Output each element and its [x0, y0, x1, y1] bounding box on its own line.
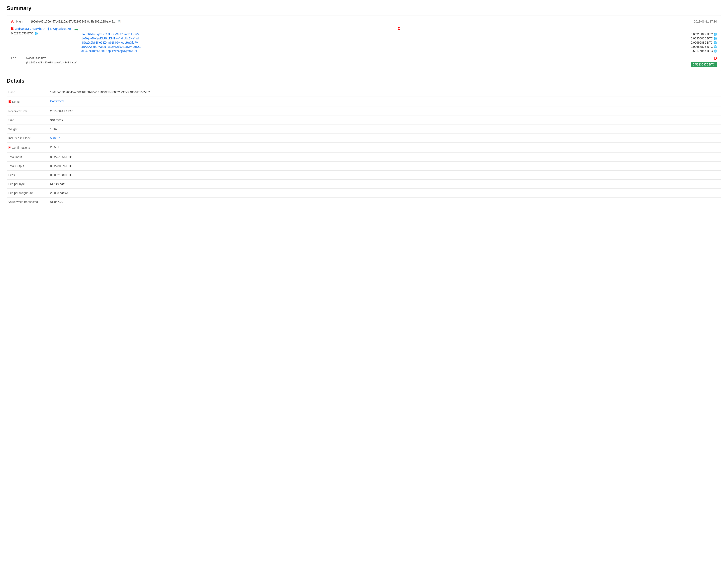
summary-timestamp: 2019-06-11 17:10 — [694, 20, 717, 23]
detail-value: 348 bytes — [48, 116, 721, 125]
detail-label: Fee per weight unit — [7, 189, 48, 198]
summary-hash-left: A Hash 196eba07f176e457c48216ab87b521978… — [11, 19, 121, 24]
summary-section: Summary A Hash 196eba07f176e457c48216ab8… — [7, 5, 721, 71]
detail-value: 0.52230376 BTC — [48, 162, 721, 171]
output-addr-1[interactable]: 1ABxjoM6XywDLRkbDHfNvYn6jcUxEiyYmd — [81, 37, 139, 40]
table-row: Fee per byte61.149 sat/B — [7, 180, 721, 189]
total-output-badge: 0.52230376 BTC — [691, 62, 717, 67]
detail-value: $4,057.29 — [48, 198, 721, 207]
output-addr-2[interactable]: 3Gta6s2b63Ke68Z4m61NfGwfoqcHqGfo7V — [81, 41, 138, 44]
globe-icon-input: 🌐 — [34, 32, 38, 35]
output-addr-0[interactable]: 1AupRNbu8qEeXx12LVRxXeJ7um3BJLrnZ7 — [81, 33, 139, 36]
input-amount-row: 0.52251656 BTC 🌐 — [11, 32, 71, 35]
output-amount-4: 0.50176857 BTC 🌐 — [691, 49, 717, 53]
annotation-e: E — [8, 100, 11, 104]
annotation-f: F — [8, 145, 11, 150]
table-row: EStatusConfirmed — [7, 97, 721, 107]
fee-label: Fee — [11, 56, 24, 64]
globe-icon-4: 🌐 — [714, 49, 717, 53]
table-row: Received Time2019-06-11 17:10 — [7, 107, 721, 116]
globe-icon-3: 🌐 — [714, 45, 717, 48]
table-row: Included in Block580267 — [7, 134, 721, 143]
fee-left: Fee 0.00021280 BTC (61.149 sat/B · 20.03… — [11, 56, 77, 64]
table-row: Size348 bytes — [7, 116, 721, 125]
detail-label: Value when transacted — [7, 198, 48, 207]
detail-value: 196eba07f176e457c48216ab87b52197848f8b4f… — [48, 88, 721, 97]
detail-label: Hash — [7, 88, 48, 97]
input-address[interactable]: 33drUaJDF7H7xMb3UPhjzNWqK7rkju4tZn — [15, 27, 71, 30]
output-amount-2: 0.00695886 BTC 🌐 — [691, 41, 717, 44]
detail-link[interactable]: 580267 — [50, 136, 60, 140]
annotation-b: B — [11, 27, 14, 31]
table-row: Total Output0.52230376 BTC — [7, 162, 721, 171]
arrow-right-icon: ➡ — [74, 27, 78, 32]
tx-output-col: C 1AupRNbu8qEeXx12LVRxXeJ7um3BJLrnZ7 0.0… — [81, 27, 717, 53]
detail-label: Included in Block — [7, 134, 48, 143]
globe-icon-1: 🌐 — [714, 37, 717, 40]
detail-value: 20.038 sat/WU — [48, 189, 721, 198]
detail-label: Received Time — [7, 107, 48, 116]
summary-title: Summary — [7, 5, 721, 11]
summary-box: A Hash 196eba07f176e457c48216ab87b521978… — [7, 15, 721, 71]
output-row-1: 1ABxjoM6XywDLRkbDHfNvYn6jcUxEiyYmd 0.003… — [81, 37, 717, 40]
detail-value: 580267 — [48, 134, 721, 143]
globe-icon-0: 🌐 — [714, 33, 717, 36]
output-row-3: 3BAXA6YotAWouuTyaQMrJ1jC4uaKWnZnUZ 0.006… — [81, 45, 717, 48]
fee-detail: (61.149 sat/B · 20.038 sat/WU · 348 byte… — [26, 61, 77, 65]
detail-value: 2019-06-11 17:10 — [48, 107, 721, 116]
detail-label: Total Input — [7, 153, 48, 162]
tx-flow-row: B 33drUaJDF7H7xMb3UPhjzNWqK7rkju4tZn 0.5… — [11, 27, 717, 53]
detail-value: 0.52251656 BTC — [48, 153, 721, 162]
details-section: Details Hash196eba07f176e457c48216ab87b5… — [7, 78, 721, 206]
output-row-0: 1AupRNbu8qEeXx12LVRxXeJ7um3BJLrnZ7 0.003… — [81, 33, 717, 36]
annotation-d: D — [714, 56, 717, 61]
detail-value: 61.149 sat/B — [48, 180, 721, 189]
output-amount-3: 0.00688806 BTC 🌐 — [691, 45, 717, 48]
summary-hash-row: A Hash 196eba07f176e457c48216ab87b521978… — [11, 19, 717, 24]
output-amount-1: 0.00350000 BTC 🌐 — [691, 37, 717, 40]
output-amount-0: 0.00318827 BTC 🌐 — [691, 33, 717, 36]
arrow-col: ➡ — [74, 27, 78, 32]
fee-details: 0.00021280 BTC (61.149 sat/B · 20.038 sa… — [26, 56, 77, 64]
details-table: Hash196eba07f176e457c48216ab87b52197848f… — [7, 88, 721, 206]
output-addr-3[interactable]: 3BAXA6YotAWouuTyaQMrJ1jC4uaKWnZnUZ — [81, 45, 141, 48]
table-row: Hash196eba07f176e457c48216ab87b52197848f… — [7, 88, 721, 97]
detail-label: Weight — [7, 125, 48, 134]
details-title: Details — [7, 78, 721, 84]
table-row: Total Input0.52251656 BTC — [7, 153, 721, 162]
detail-value: 0.00021280 BTC — [48, 171, 721, 180]
annotation-c: C — [81, 27, 717, 31]
status-confirmed: Confirmed — [50, 100, 64, 103]
table-row: FConfirmations25,501 — [7, 143, 721, 153]
detail-value: 25,501 — [48, 143, 721, 153]
detail-label: EStatus — [7, 97, 48, 107]
detail-label: Total Output — [7, 162, 48, 171]
detail-value: Confirmed — [48, 97, 721, 107]
table-row: Weight1,062 — [7, 125, 721, 134]
output-row-2: 3Gta6s2b63Ke68Z4m61NfGwfoqcHqGfo7V 0.006… — [81, 41, 717, 44]
detail-label: Fees — [7, 171, 48, 180]
output-addr-4[interactable]: 3FGJec1bmNQih1AbpHtNfz6bjNKjm87Gr1 — [81, 49, 137, 53]
detail-label: FConfirmations — [7, 143, 48, 153]
annotation-a: A — [11, 19, 14, 24]
tx-input-col: B 33drUaJDF7H7xMb3UPhjzNWqK7rkju4tZn 0.5… — [11, 27, 71, 35]
globe-icon-2: 🌐 — [714, 41, 717, 44]
table-row: Fee per weight unit20.038 sat/WU — [7, 189, 721, 198]
detail-label: Size — [7, 116, 48, 125]
output-row-4: 3FGJec1bmNQih1AbpHtNfz6bjNKjm87Gr1 0.501… — [81, 49, 717, 53]
hash-label: Hash — [16, 20, 29, 23]
input-amount: 0.52251656 BTC — [11, 32, 33, 35]
detail-label: Fee per byte — [7, 180, 48, 189]
table-row: Value when transacted$4,057.29 — [7, 198, 721, 207]
table-row: Fees0.00021280 BTC — [7, 171, 721, 180]
fee-row: Fee 0.00021280 BTC (61.149 sat/B · 20.03… — [11, 56, 717, 67]
hash-short-value: 196eba07f176e457c48216ab87b52197848f8b4f… — [30, 20, 116, 23]
fee-main: 0.00021280 BTC — [26, 56, 77, 61]
copy-icon[interactable]: 📋 — [117, 20, 121, 23]
detail-value: 1,062 — [48, 125, 721, 134]
